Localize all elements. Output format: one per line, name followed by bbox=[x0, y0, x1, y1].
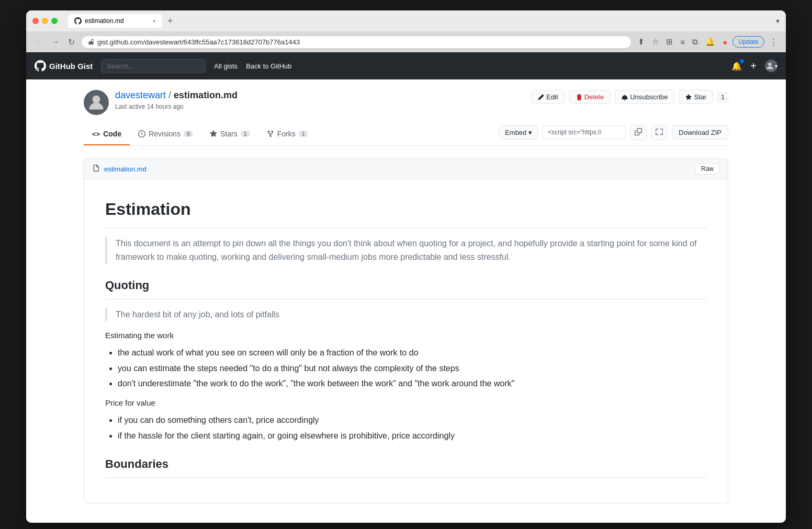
section3-heading: Boundaries bbox=[105, 455, 707, 478]
download-zip-button[interactable]: Download ZIP bbox=[672, 125, 728, 140]
gist-tabs: <> Code Revisions 6 Stars 1 bbox=[84, 123, 728, 146]
tab-forks[interactable]: Forks 1 bbox=[258, 123, 317, 145]
stars-count-badge: 1 bbox=[241, 131, 250, 137]
extensions-icon[interactable]: ⊞ bbox=[664, 35, 675, 49]
list-item: if you can do something others can't, pr… bbox=[118, 413, 707, 427]
delete-icon bbox=[576, 94, 582, 100]
gist-filename-link[interactable]: estimation.md bbox=[174, 90, 238, 100]
back-button[interactable]: ← bbox=[32, 35, 45, 49]
embed-code-input[interactable] bbox=[542, 125, 626, 139]
gist-user-section: davestewart / estimation.md Last active … bbox=[84, 79, 728, 115]
back-to-github-link[interactable]: Back to GitHub bbox=[246, 62, 291, 70]
list-item: the actual work of what you see on scree… bbox=[118, 346, 707, 360]
browser-tabs: estimation.md × + bbox=[68, 14, 772, 28]
expand-icon-button[interactable] bbox=[651, 125, 668, 140]
unsubscribe-button[interactable]: Unsubscribe bbox=[615, 90, 674, 104]
gist-tabs-left: <> Code Revisions 6 Stars 1 bbox=[84, 123, 317, 145]
browser-titlebar: estimation.md × + ▾ bbox=[26, 10, 786, 31]
svg-point-0 bbox=[768, 63, 771, 66]
file-doc-icon bbox=[93, 165, 100, 174]
forward-button[interactable]: → bbox=[49, 35, 62, 49]
bookmark-icon[interactable]: ☆ bbox=[650, 35, 661, 49]
gist-user-meta: davestewart / estimation.md Last active … bbox=[115, 90, 238, 110]
minimize-window-dot[interactable] bbox=[42, 18, 48, 24]
star-button[interactable]: Star bbox=[679, 90, 713, 104]
section1-heading: Quoting bbox=[105, 276, 707, 299]
lock-icon bbox=[88, 39, 94, 45]
new-tab-button[interactable]: + bbox=[164, 16, 176, 27]
github-logo[interactable]: GitHub Gist bbox=[35, 60, 93, 72]
gist-breadcrumb: davestewart / estimation.md bbox=[115, 90, 238, 101]
all-gists-link[interactable]: All gists bbox=[214, 62, 238, 70]
github-header: GitHub Gist All gists Back to GitHub 🔔 +… bbox=[26, 52, 786, 79]
tab-title: estimation.md bbox=[85, 17, 124, 25]
gist-file-viewer: estimation.md Raw Estimation This docume… bbox=[84, 158, 728, 503]
delete-button[interactable]: Delete bbox=[569, 90, 611, 104]
profile-icon[interactable]: ● bbox=[720, 36, 729, 49]
window-more-icon[interactable]: ▾ bbox=[776, 17, 780, 25]
revisions-count-badge: 6 bbox=[184, 131, 193, 137]
user-avatar[interactable]: ▾ bbox=[765, 60, 777, 72]
list-item: don't underestimate "the work to do the … bbox=[118, 377, 707, 390]
avatar-svg bbox=[87, 93, 106, 112]
star-count-badge: 1 bbox=[717, 93, 728, 102]
browser-more-icon[interactable]: ⋮ bbox=[768, 35, 780, 49]
github-page: GitHub Gist All gists Back to GitHub 🔔 +… bbox=[26, 52, 786, 523]
gist-tabs-right: Embed ▾ Download ZIP bbox=[499, 125, 728, 144]
list-item: you can estimate the steps needed "to do… bbox=[118, 362, 707, 375]
maximize-window-dot[interactable] bbox=[51, 18, 58, 24]
new-gist-plus-icon[interactable]: + bbox=[750, 60, 757, 72]
tab-code[interactable]: <> Code bbox=[84, 123, 130, 145]
stars-tab-icon bbox=[210, 130, 217, 137]
tab-revisions[interactable]: Revisions 6 bbox=[130, 123, 201, 145]
edit-button[interactable]: Edit bbox=[531, 90, 565, 104]
embed-button[interactable]: Embed ▾ bbox=[499, 125, 538, 140]
forks-count-badge: 1 bbox=[299, 131, 308, 137]
section1-list: the actual work of what you see on scree… bbox=[105, 346, 707, 390]
split-icon[interactable]: ⧉ bbox=[690, 35, 700, 49]
github-favicon bbox=[74, 17, 82, 25]
edit-icon bbox=[538, 94, 544, 100]
copy-icon bbox=[635, 128, 642, 135]
section2-label: Price for value bbox=[105, 397, 707, 409]
gist-actions: Edit Delete Unsubscribe Star 1 bbox=[531, 90, 728, 104]
markdown-title: Estimation bbox=[105, 196, 707, 228]
browser-right-controls: ⬆ ☆ ⊞ ≡ ⧉ 🔔 ● Update ⋮ bbox=[636, 35, 780, 49]
gist-file-name-link[interactable]: estimation.md bbox=[104, 165, 146, 173]
list-item: if the hassle for the client starting ag… bbox=[118, 429, 707, 443]
gist-container: davestewart / estimation.md Last active … bbox=[71, 79, 741, 516]
refresh-button[interactable]: ↻ bbox=[66, 35, 77, 49]
notification-bell-icon[interactable]: 🔔 bbox=[731, 61, 742, 71]
tab-close-button[interactable]: × bbox=[153, 18, 156, 24]
expand-icon bbox=[656, 128, 663, 135]
markdown-content: Estimation This document is an attempt t… bbox=[84, 179, 728, 503]
intro-blockquote: This document is an attempt to pin down … bbox=[105, 237, 707, 263]
github-search-input[interactable] bbox=[101, 59, 206, 73]
bell-icon bbox=[622, 94, 628, 100]
intro-quote-text: This document is an attempt to pin down … bbox=[116, 237, 698, 263]
address-bar[interactable]: gist.github.com/davestewart/643ffc55aa7c… bbox=[81, 36, 631, 49]
close-window-dot[interactable] bbox=[32, 18, 39, 24]
address-text: gist.github.com/davestewart/643ffc55aa7c… bbox=[97, 38, 300, 46]
gist-username-link[interactable]: davestewart bbox=[115, 90, 166, 100]
gist-file-header: estimation.md Raw bbox=[84, 159, 728, 179]
menu-icon[interactable]: ≡ bbox=[678, 36, 687, 49]
avatar-image bbox=[765, 61, 775, 71]
code-icon: <> bbox=[92, 130, 100, 138]
notification-badge bbox=[740, 59, 744, 63]
tab-stars[interactable]: Stars 1 bbox=[201, 123, 258, 145]
gist-last-active: Last active 14 hours ago bbox=[115, 103, 238, 110]
notification-icon[interactable]: 🔔 bbox=[703, 35, 717, 49]
gist-user-avatar[interactable] bbox=[84, 90, 109, 115]
revisions-icon bbox=[138, 130, 145, 137]
section1-label: Estimating the work bbox=[105, 329, 707, 342]
browser-controls: ← → ↻ gist.github.com/davestewart/643ffc… bbox=[26, 31, 786, 52]
star-icon bbox=[685, 94, 692, 100]
update-button[interactable]: Update bbox=[732, 36, 764, 48]
raw-button[interactable]: Raw bbox=[695, 163, 719, 175]
github-header-right: 🔔 + ▾ bbox=[731, 60, 777, 72]
copy-icon-button[interactable] bbox=[630, 125, 647, 140]
share-icon[interactable]: ⬆ bbox=[636, 35, 647, 49]
forks-icon bbox=[267, 130, 274, 137]
active-tab[interactable]: estimation.md × bbox=[68, 14, 162, 28]
